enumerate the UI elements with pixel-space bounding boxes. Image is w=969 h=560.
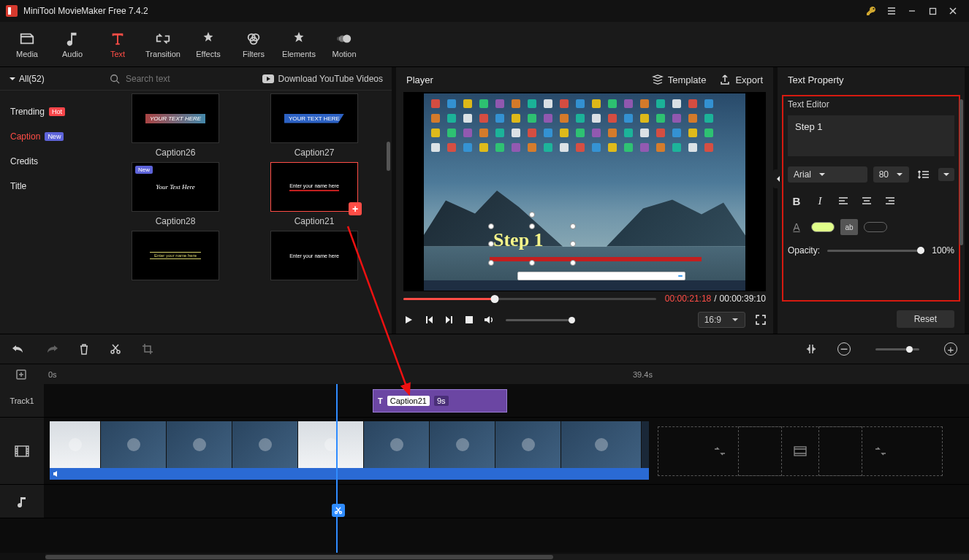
- activate-key-icon[interactable]: [861, 1, 881, 21]
- thumb-caption28[interactable]: New Your Text Here Caption28: [117, 162, 234, 226]
- text-editor-input[interactable]: Step 1: [788, 115, 954, 156]
- font-color-swatch[interactable]: [811, 222, 835, 232]
- close-button[interactable]: [943, 1, 963, 21]
- thumb-caption27[interactable]: YOUR TEXT HERE Caption27: [256, 93, 373, 158]
- rotate-handle[interactable]: [529, 212, 535, 218]
- minimize-button[interactable]: [902, 1, 922, 21]
- split-button[interactable]: [110, 343, 121, 355]
- library-scrollbar[interactable]: [387, 142, 390, 171]
- timeline-ruler[interactable]: 0s 39.4s: [0, 364, 969, 384]
- italic-button[interactable]: I: [811, 193, 829, 209]
- category-trending[interactable]: Trending Hot: [0, 99, 110, 124]
- video-clip[interactable]: [50, 421, 101, 468]
- auto-fit-button[interactable]: [805, 343, 817, 355]
- category-caption[interactable]: Caption New: [0, 124, 110, 149]
- playhead[interactable]: [336, 384, 338, 553]
- tab-motion[interactable]: Motion: [322, 24, 367, 65]
- audio-track-body[interactable]: [44, 485, 969, 518]
- tab-media[interactable]: Media: [4, 24, 50, 65]
- resize-handle[interactable]: [488, 260, 494, 266]
- zoom-slider[interactable]: [875, 348, 919, 350]
- opacity-knob[interactable]: [917, 247, 924, 254]
- video-clip[interactable]: [101, 421, 167, 468]
- category-title[interactable]: Title: [0, 174, 110, 199]
- video-clip[interactable]: [364, 421, 430, 468]
- track-head-video[interactable]: [0, 418, 44, 484]
- align-right-button[interactable]: [881, 193, 899, 209]
- align-center-button[interactable]: [858, 193, 875, 209]
- split-marker[interactable]: [332, 504, 345, 517]
- fullscreen-button[interactable]: [756, 315, 766, 325]
- volume-slider[interactable]: [506, 319, 571, 321]
- reset-button[interactable]: Reset: [897, 310, 954, 328]
- resize-handle[interactable]: [570, 241, 576, 247]
- search-input[interactable]: [124, 73, 197, 85]
- tab-audio[interactable]: Audio: [50, 24, 95, 65]
- delete-button[interactable]: [79, 343, 89, 355]
- volume-knob[interactable]: [569, 317, 575, 323]
- resize-handle[interactable]: [570, 223, 576, 229]
- highlight-button[interactable]: ab: [840, 219, 858, 235]
- video-track-body[interactable]: [44, 418, 969, 484]
- prev-frame-button[interactable]: [424, 315, 434, 325]
- zoom-out-button[interactable]: −: [837, 342, 851, 356]
- line-spacing-button[interactable]: [915, 166, 932, 183]
- video-clip[interactable]: [167, 421, 232, 468]
- redo-button[interactable]: [45, 344, 58, 354]
- category-all[interactable]: All(52): [0, 74, 110, 84]
- caption-clip[interactable]: T Caption21 9s: [373, 389, 507, 413]
- timeline-h-scrollbar[interactable]: [45, 554, 969, 560]
- preview-area[interactable]: Step 1: [403, 92, 766, 291]
- seek-track[interactable]: [403, 298, 656, 300]
- font-size-select[interactable]: 80: [873, 166, 909, 183]
- align-left-button[interactable]: [835, 193, 852, 209]
- download-youtube-button[interactable]: Download YouTube Videos: [254, 74, 392, 84]
- add-marker-button[interactable]: [0, 369, 44, 380]
- opacity-slider[interactable]: [827, 250, 924, 252]
- thumb-caption21[interactable]: Enter your name here + Caption21: [256, 162, 373, 226]
- seek-bar[interactable]: 00:00:21:18 / 00:00:39:10: [396, 291, 773, 306]
- search-box[interactable]: [110, 73, 254, 85]
- tab-elements[interactable]: Elements: [276, 24, 322, 65]
- font-family-select[interactable]: Arial: [788, 166, 867, 183]
- resize-handle[interactable]: [488, 241, 494, 247]
- resize-handle[interactable]: [529, 223, 535, 229]
- resize-handle[interactable]: [488, 223, 494, 229]
- zoom-in-button[interactable]: +: [944, 342, 957, 356]
- undo-button[interactable]: [12, 344, 25, 354]
- video-clip[interactable]: [232, 421, 298, 468]
- tab-transition[interactable]: Transition: [140, 24, 186, 65]
- tab-effects[interactable]: Effects: [186, 24, 231, 65]
- play-button[interactable]: [403, 315, 414, 325]
- crop-button[interactable]: [142, 343, 153, 355]
- highlight-color-swatch[interactable]: [864, 222, 887, 232]
- track-head-audio[interactable]: [0, 485, 44, 518]
- font-color-button[interactable]: A: [788, 219, 805, 235]
- tab-text[interactable]: Text: [95, 24, 140, 65]
- embedded-audio-strip[interactable]: [50, 468, 649, 480]
- track-head-text[interactable]: Track1: [0, 384, 44, 417]
- stop-button[interactable]: [465, 315, 474, 324]
- template-button[interactable]: Template: [652, 74, 707, 85]
- zoom-knob[interactable]: [906, 346, 913, 353]
- seek-knob[interactable]: [490, 295, 498, 303]
- video-clip[interactable]: [561, 421, 642, 468]
- thumb-caption-extra1[interactable]: Enter your name here: [117, 231, 234, 280]
- category-credits[interactable]: Credits: [0, 149, 110, 174]
- thumb-caption-extra2[interactable]: Enter your name here: [256, 231, 373, 280]
- hamburger-menu-icon[interactable]: [881, 1, 902, 21]
- transition-dropzone[interactable]: [818, 426, 943, 476]
- text-track-body[interactable]: T Caption21 9s: [44, 384, 969, 417]
- export-button[interactable]: Export: [719, 74, 763, 85]
- video-clip[interactable]: [430, 421, 495, 468]
- more-text-options[interactable]: [938, 168, 954, 181]
- next-frame-button[interactable]: [444, 315, 455, 325]
- video-clip[interactable]: [298, 421, 364, 468]
- tab-filters[interactable]: Filters: [231, 24, 276, 65]
- maximize-button[interactable]: [922, 1, 943, 21]
- thumb-caption26[interactable]: YOUR TEXT HERE Caption26: [117, 93, 234, 158]
- volume-button[interactable]: [484, 315, 495, 325]
- prop-scrollbar[interactable]: [960, 99, 963, 245]
- caption-text-overlay[interactable]: Step 1: [493, 229, 544, 251]
- video-clip[interactable]: [495, 421, 561, 468]
